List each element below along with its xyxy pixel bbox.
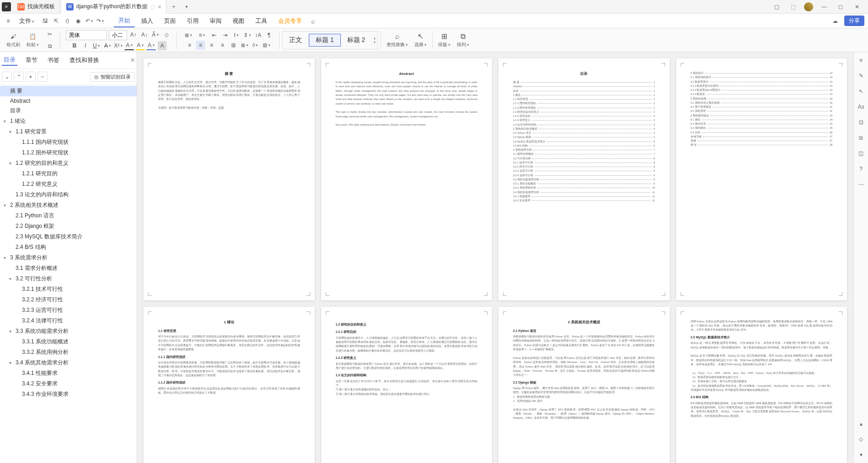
change-case-icon[interactable]: Ã [151,30,160,39]
toc-item[interactable]: 2.4 B/S 结构 [0,242,137,253]
page-thumbnail-4[interactable]: 4 系统设计144.1 系统结构设计144.2 数据库设计144.2.1 数据库… [676,58,847,300]
redo-button[interactable]: ↷ [95,16,105,26]
page-nav-icon[interactable]: ◇ [857,435,866,444]
style-h1[interactable]: 标题 1 [309,34,341,47]
collapse-panel-icon[interactable]: ≡ [857,56,866,65]
chevron-down-icon[interactable]: ▾ [4,203,10,208]
font-name-select[interactable]: 黑体 [66,30,107,40]
share-button[interactable]: 分享 [844,16,864,26]
italic-button[interactable]: I [81,41,90,50]
style-expand-button[interactable]: ▴▾ [372,36,377,44]
toc-item[interactable]: 3.4.1 性能要求 [0,368,137,379]
page-thumbnail-2[interactable]: Abstract In the rapidly developing socie… [321,58,492,300]
tab-document[interactable]: W django基于python的影片数据 ◌ × [62,0,166,14]
quickparts-icon[interactable]: ⊡ [857,118,866,127]
shading-button[interactable]: ◊ [251,41,260,50]
print-icon[interactable]: ⎙ [63,16,72,26]
menu-tools[interactable]: 工具 [251,15,272,27]
chevron-down-icon[interactable]: ▾ [9,360,16,365]
export-icon[interactable]: ⇱ [52,16,61,26]
chevron-down-icon[interactable]: ▾ [9,129,16,134]
preview-icon[interactable]: ◉ [74,16,83,26]
scroll-down-icon[interactable]: ▾ [857,450,866,459]
link-icon[interactable]: ⧉ [857,133,866,142]
chevron-down-icon[interactable]: ▾ [4,255,10,260]
align-center-button[interactable]: ≡ [196,41,205,50]
menu-reference[interactable]: 引用 [182,15,203,27]
menu-insert[interactable]: 插入 [137,15,158,27]
sidebar-tab-chapter[interactable]: 章节 [24,55,39,65]
menu-start[interactable]: 开始 [114,15,135,27]
edit-icon[interactable]: ✎ [857,71,866,80]
toc-item[interactable]: 3.4.2 安全要求 [0,379,137,389]
toc-item[interactable]: 2.1 Python 语言 [0,210,137,221]
decrease-indent-button[interactable]: ⇤ [210,31,219,40]
page-thumbnail-8[interactable]: 同样 Python 之所以这样是因为 Python 使用内嵌式调用的编程思想，使… [676,307,847,463]
sidebar-tab-toc[interactable]: 目录 [2,55,17,66]
toc-item[interactable]: 3.4.3 作业环境要求 [0,389,137,400]
menu-icon[interactable]: ≡ [4,16,13,26]
toc-item[interactable]: ▾3 系统需求分析 [0,253,137,263]
toc-item[interactable]: ▾3.3 系统功能需求分析 [0,326,137,337]
maximize-button[interactable]: ◻ [835,1,846,12]
style-icon[interactable]: Aз [857,102,866,111]
distribute-button[interactable]: ⊞ [229,41,238,50]
char-shading-button[interactable]: A [158,41,167,50]
toc-item[interactable]: ▾1.2 研究的目的和意义 [0,158,137,168]
arrange-button[interactable]: ⧉ 排列 [454,32,472,48]
underline-button[interactable]: U [92,41,101,50]
publish-button[interactable]: ⊞ 排版 [435,32,453,48]
page-thumbnail-3[interactable]: 目录 摘 要1Abstract1目录11 绪论11.1 研究背景11.1.1 国… [498,58,670,300]
more-icon[interactable]: ⋯ [857,180,866,189]
app-icon[interactable]: ≡ [2,2,11,11]
toc-item[interactable]: 3.3.2 系统用例分析 [0,347,137,358]
toc-item[interactable]: 1.1.2 国外研究现状 [0,147,137,158]
pointer-icon[interactable]: ↖ [857,87,866,96]
borders-button[interactable]: ⊞ [262,41,271,50]
font-size-select[interactable]: 小二 [109,30,127,40]
new-tab-button[interactable]: + [168,1,179,12]
clear-format-icon[interactable]: ◇ [162,30,171,39]
toc-item[interactable]: ▾1 绪论 [0,116,137,126]
text-color-button[interactable]: A [147,41,156,50]
format-list-button[interactable]: ≣ [240,41,249,50]
text-scale-button[interactable]: Ⅰ [232,31,241,40]
select-button[interactable]: ↖ 选择 [412,32,429,48]
format-painter-icon[interactable]: 🖌 [9,32,17,41]
align-right-button[interactable]: ≡ [207,41,216,50]
expand-all-button[interactable]: ⌃ [14,72,24,82]
sort-button[interactable]: ↕A [254,31,263,40]
toc-item[interactable]: 3.2.4 法律可行性 [0,316,137,326]
menu-review[interactable]: 审阅 [205,15,226,27]
paste-label[interactable]: 粘贴 [26,42,39,48]
paste-icon[interactable]: 📋 [29,32,37,41]
avatar[interactable] [804,2,813,11]
toc-list[interactable]: 摘 要Abstract目录▾1 绪论▾1.1 研究背景1.1.1 国内研究现状1… [0,85,137,463]
toc-item[interactable]: 目录 [0,105,137,116]
close-button[interactable]: ✕ [852,1,863,12]
tab-template[interactable]: Dd 找搞壳模板 [13,0,60,14]
layout-icon[interactable]: ▢ [771,1,782,12]
toc-item[interactable]: 3.2.2 经济可行性 [0,295,137,305]
smart-toc-button[interactable]: ◎ 智能识别目录 [90,72,135,82]
toc-item[interactable]: 1.1.1 国内研究现状 [0,137,137,147]
cloud-icon[interactable]: ☁ [830,16,841,26]
copy-icon[interactable]: ⧉ [45,42,54,51]
superscript-button[interactable]: X² [114,41,123,50]
toc-item[interactable]: 2.3 MySQL 数据库技术简介 [0,232,137,242]
canvas[interactable]: 摘 要 随着互联网的兴起，人们的生活方式、娱乐方式、消费方式都发生了巨大的改变。… [137,52,853,463]
show-marks-button[interactable]: ¶ [265,31,274,40]
toc-item[interactable]: ▾1.1 研究背景 [0,126,137,137]
chevron-down-icon[interactable]: ▾ [4,119,10,124]
menu-view[interactable]: 视图 [228,15,249,27]
toc-item[interactable]: 3.1 需求分析概述 [0,263,137,274]
toc-item[interactable]: 1.2.1 研究目的 [0,168,137,179]
toc-item[interactable]: ▾3.2 可行性分析 [0,274,137,284]
minimize-button[interactable]: — [819,1,830,12]
strikethrough-button[interactable]: A̶ [103,41,112,50]
find-replace-button[interactable]: ⌕ 查找替换 [384,32,411,48]
font-color-button[interactable]: A [125,41,134,50]
chevron-down-icon[interactable]: ▾ [9,329,16,334]
close-icon[interactable]: × [158,3,161,11]
toc-item[interactable]: 1.2.2 研究意义 [0,179,137,189]
